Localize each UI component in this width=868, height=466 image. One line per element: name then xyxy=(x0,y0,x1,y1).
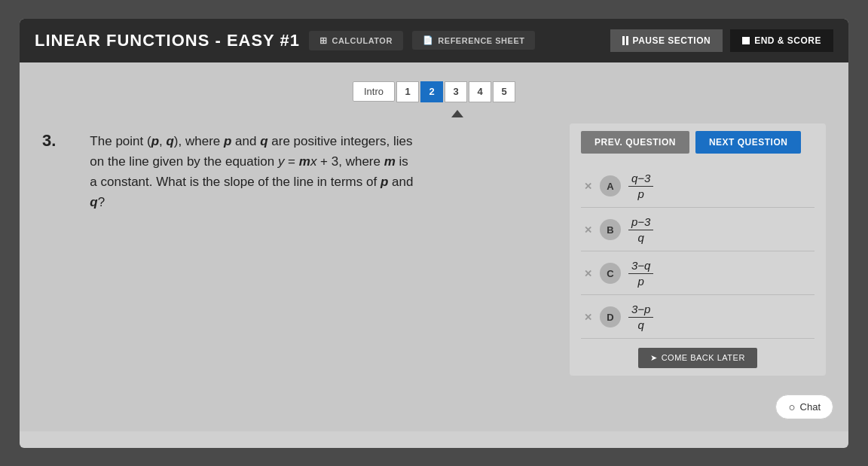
option-b-row: ✕ B p−3 q xyxy=(581,209,815,251)
option-c-button[interactable]: C xyxy=(600,263,621,284)
tab-4[interactable]: 4 xyxy=(469,81,491,102)
option-a-formula: q−3 p xyxy=(628,172,653,201)
arrow-up-icon xyxy=(451,110,463,117)
pause-section-button[interactable]: PAUSE SECTION xyxy=(610,29,723,52)
tab-3[interactable]: 3 xyxy=(445,81,467,102)
chat-button[interactable]: ○ Chat xyxy=(775,394,833,419)
option-a-button[interactable]: A xyxy=(600,175,621,196)
stop-icon xyxy=(742,37,750,44)
option-b-button[interactable]: B xyxy=(600,219,621,240)
come-back-container: ➤ COME BACK LATER xyxy=(581,340,815,368)
question-left: 3. The point (p, q), where p and q are p… xyxy=(42,123,555,221)
tab-5[interactable]: 5 xyxy=(493,81,515,102)
question-number: 3. xyxy=(42,131,56,151)
option-d-button[interactable]: D xyxy=(600,306,621,327)
chat-icon: ○ xyxy=(788,401,795,413)
option-d-formula: 3−p q xyxy=(628,303,653,332)
question-nav-buttons: PREV. QUESTION NEXT QUESTION xyxy=(581,131,815,154)
option-d-row: ✕ D 3−p q xyxy=(581,297,815,339)
tab-2[interactable]: 2 xyxy=(420,81,443,102)
question-row: 3. The point (p, q), where p and q are p… xyxy=(42,123,826,376)
calculator-icon: ⊞ xyxy=(319,35,328,46)
option-a-row: ✕ A q−3 p xyxy=(581,166,815,208)
content-area: Intro 1 2 3 4 5 3. The point (p, q), whe… xyxy=(20,62,848,431)
nav-tabs: Intro 1 2 3 4 5 xyxy=(42,81,826,102)
page-title: LINEAR FUNCTIONS - EASY #1 xyxy=(35,31,300,50)
prev-question-button[interactable]: PREV. QUESTION xyxy=(581,131,689,154)
question-text: The point (p, q), where p and q are posi… xyxy=(90,131,413,213)
reference-sheet-button[interactable]: 📄 REFERENCE SHEET xyxy=(412,31,536,50)
main-container: LINEAR FUNCTIONS - EASY #1 ⊞ CALCULATOR … xyxy=(20,19,848,448)
tab-1[interactable]: 1 xyxy=(396,81,419,102)
next-question-button[interactable]: NEXT QUESTION xyxy=(695,131,802,154)
header-right: PAUSE SECTION END & SCORE xyxy=(610,29,833,52)
tab-intro[interactable]: Intro xyxy=(353,81,395,102)
option-b-x: ✕ xyxy=(584,224,592,236)
pause-icon xyxy=(622,36,628,45)
calculator-button[interactable]: ⊞ CALCULATOR xyxy=(309,31,403,50)
option-a-x: ✕ xyxy=(584,181,592,192)
option-c-x: ✕ xyxy=(584,268,592,279)
option-b-formula: p−3 q xyxy=(628,215,653,245)
bookmark-icon: ➤ xyxy=(650,353,658,363)
document-icon: 📄 xyxy=(423,35,434,45)
header: LINEAR FUNCTIONS - EASY #1 ⊞ CALCULATOR … xyxy=(20,19,848,62)
tab-arrow-indicator xyxy=(42,110,826,117)
come-back-later-button[interactable]: ➤ COME BACK LATER xyxy=(638,348,757,368)
question-right: PREV. QUESTION NEXT QUESTION ✕ A q−3 p xyxy=(570,123,826,376)
header-left: LINEAR FUNCTIONS - EASY #1 ⊞ CALCULATOR … xyxy=(35,31,535,50)
option-c-row: ✕ C 3−q p xyxy=(581,253,815,295)
option-c-formula: 3−q p xyxy=(628,259,653,288)
end-score-button[interactable]: END & SCORE xyxy=(730,29,833,52)
option-d-x: ✕ xyxy=(584,312,592,323)
